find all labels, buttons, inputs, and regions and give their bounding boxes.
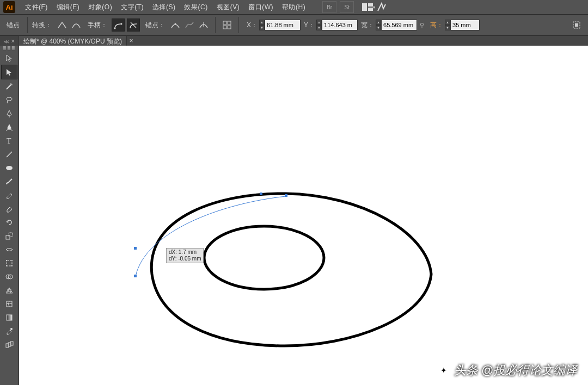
tool-panel: ≣≣≣ T: [0, 46, 19, 385]
x-field[interactable]: ▲▼: [259, 20, 301, 30]
svg-point-30: [10, 328, 13, 330]
magic-wand-tool[interactable]: [2, 79, 17, 93]
svg-rect-2: [368, 8, 373, 11]
h-input[interactable]: [450, 20, 480, 30]
menu-help[interactable]: 帮助(H): [278, 1, 310, 14]
svg-rect-29: [7, 315, 12, 320]
svg-point-14: [7, 97, 12, 101]
x-label: X：: [247, 21, 258, 30]
y-field[interactable]: ▲▼: [316, 20, 358, 30]
h-field[interactable]: ▲▼: [445, 20, 480, 30]
menu-select[interactable]: 选择(S): [148, 1, 180, 14]
svg-point-23: [11, 260, 13, 261]
gpu-preview-icon[interactable]: [375, 1, 388, 13]
w-label: 宽：: [361, 21, 374, 30]
document-tab-title: 制* @ 400% (CMYK/GPU 预览): [30, 37, 122, 46]
menu-text[interactable]: 文字(T): [117, 1, 148, 14]
stock-icon[interactable]: St: [340, 1, 354, 13]
convert-label: 转换：: [32, 21, 52, 30]
svg-rect-11: [228, 26, 231, 29]
w-stepper[interactable]: ▲▼: [376, 20, 381, 30]
shape-builder-tool[interactable]: [2, 270, 17, 283]
watermark: ✦ 头条 @投必得论文编译: [437, 362, 577, 378]
gradient-tool[interactable]: [2, 311, 17, 324]
menu-edit[interactable]: 编辑(E): [52, 1, 84, 14]
tab-scroll-controls[interactable]: ≪✕: [0, 36, 19, 47]
pen-tool[interactable]: [2, 107, 17, 120]
h-stepper[interactable]: ▲▼: [445, 20, 450, 30]
direct-selection-tool[interactable]: [1, 65, 17, 79]
tool-panel-grip[interactable]: ≣≣≣: [0, 46, 19, 51]
measurement-tooltip: dX: 1.7 mm dY: -0.05 mm: [166, 248, 204, 263]
selection-tool[interactable]: [2, 51, 17, 65]
svg-point-6: [175, 23, 176, 25]
bridge-icon[interactable]: Br: [322, 1, 336, 13]
x-stepper[interactable]: ▲▼: [259, 20, 265, 30]
ellipse-tool[interactable]: [2, 161, 17, 175]
menu-window[interactable]: 窗口(W): [244, 1, 278, 14]
hide-handles-icon[interactable]: [127, 18, 140, 32]
y-stepper[interactable]: ▲▼: [316, 20, 322, 30]
line-tool[interactable]: [2, 147, 17, 161]
svg-rect-8: [223, 21, 226, 24]
cut-path-icon[interactable]: [198, 19, 210, 31]
eyedropper-tool[interactable]: [2, 324, 17, 338]
watermark-icon: ✦: [437, 363, 451, 377]
handles-label: 手柄：: [88, 21, 107, 30]
isolate-icon[interactable]: [221, 19, 233, 31]
svg-rect-21: [7, 260, 12, 266]
rotate-tool[interactable]: [2, 215, 17, 229]
app-logo: Ai: [3, 1, 15, 13]
remove-anchor-icon[interactable]: [169, 19, 181, 31]
svg-point-22: [6, 260, 7, 261]
link-dimensions-icon[interactable]: ⚲: [417, 22, 427, 29]
anchor-selection-label: 锚点: [7, 21, 20, 30]
show-handles-icon[interactable]: [112, 18, 125, 32]
w-field[interactable]: ▲▼: [376, 20, 417, 30]
svg-point-25: [11, 265, 13, 266]
svg-rect-28: [7, 301, 12, 307]
free-transform-tool[interactable]: [2, 256, 17, 270]
type-tool[interactable]: T: [2, 134, 17, 147]
menu-object[interactable]: 对象(O): [84, 1, 117, 14]
align-to-selection-icon[interactable]: [571, 19, 583, 31]
mesh-tool[interactable]: [2, 297, 17, 311]
convert-to-smooth-icon[interactable]: [70, 19, 82, 31]
eraser-tool[interactable]: [2, 202, 17, 215]
menu-file[interactable]: 文件(F): [21, 1, 52, 14]
svg-rect-10: [223, 26, 226, 29]
svg-rect-0: [362, 3, 367, 11]
menu-bar: Ai 文件(F) 编辑(E) 对象(O) 文字(T) 选择(S) 效果(C) 视…: [0, 0, 588, 15]
y-input[interactable]: [322, 20, 358, 30]
arrange-documents-icon[interactable]: ▾: [362, 1, 375, 13]
convert-to-corner-icon[interactable]: [56, 19, 68, 31]
paintbrush-tool[interactable]: [2, 175, 17, 188]
scale-tool[interactable]: [2, 229, 17, 243]
perspective-grid-tool[interactable]: [2, 283, 17, 297]
control-bar: 锚点 转换： 手柄： 锚点： X： ▲▼ Y： ▲▼ 宽： ▲▼ ⚲: [0, 15, 588, 36]
svg-line-17: [7, 152, 12, 157]
curvature-tool[interactable]: [2, 120, 17, 134]
x-input[interactable]: [265, 20, 301, 30]
width-tool[interactable]: [2, 243, 17, 256]
blend-tool[interactable]: [2, 338, 17, 351]
svg-point-4: [121, 23, 122, 25]
menu-view[interactable]: 视图(V): [212, 1, 244, 14]
svg-rect-1: [368, 3, 373, 7]
svg-rect-37: [260, 192, 262, 195]
w-input[interactable]: [381, 20, 417, 30]
svg-text:T: T: [7, 137, 11, 145]
measurement-dx: dX: 1.7 mm: [169, 249, 201, 256]
svg-point-24: [6, 265, 7, 266]
tab-close-button[interactable]: ×: [127, 36, 136, 47]
document-tab[interactable]: 绘制* @ 400% (CMYK/GPU 预览): [19, 36, 127, 47]
menu-effects[interactable]: 效果(C): [180, 1, 212, 14]
y-label: Y：: [304, 21, 315, 30]
canvas[interactable]: dX: 1.7 mm dY: -0.05 mm ✦ 头条 @投必得论文编译: [19, 46, 588, 385]
connect-anchors-icon[interactable]: [183, 19, 195, 31]
artwork: [19, 46, 588, 385]
pencil-tool[interactable]: [2, 188, 17, 202]
lasso-tool[interactable]: [2, 93, 17, 107]
svg-point-3: [114, 28, 116, 29]
svg-rect-35: [134, 247, 137, 250]
